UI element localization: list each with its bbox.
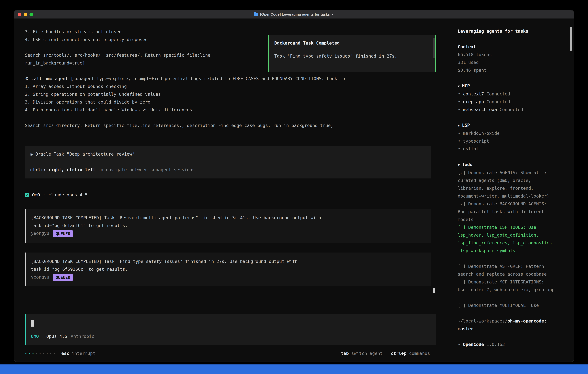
bullet-icon: • [458,131,460,136]
flex-spacer [25,286,436,314]
input-agent-name: OmO [31,333,39,341]
folder-icon [254,13,258,16]
lsp-heading[interactable]: ▼LSP [458,122,561,130]
context-spent: $0.46 spent [458,67,561,74]
mcp-heading[interactable]: ▼MCP [458,82,561,90]
background-task-message: [BACKGROUND TASK COMPLETED] Task "Find t… [25,252,431,286]
minimize-button[interactable] [24,13,27,16]
toast-body: Task "Find type safety issues" finished … [274,52,430,60]
spinner-dots-icon: ••••••••• [25,350,57,357]
collapse-triangle-icon: ▼ [458,163,460,167]
mcp-item: •grep_appConnected [458,98,561,106]
tab-key-label: switch agent [351,350,383,357]
tab-key-hint: tab [341,350,349,357]
todo-item: [ ] Demonstrate AST-GREP: Pattern search… [458,263,561,278]
input-model-name: Opus 4.5 [46,333,67,341]
gear-icon: ⚙ [25,76,29,81]
bullet-icon: • [458,146,460,152]
message-text: task_id="bg_dcfac161" to get results. [31,222,426,230]
oracle-task-panel: ◉ Oracle Task "Deep architecture review"… [25,146,431,178]
mcp-item: •websearch_exaConnected [458,106,561,114]
message-meta: yeongyu QUEUED [31,273,426,281]
lsp-item: •eslint [458,145,561,153]
session-sidebar: Leveraging agents for tasks Context 66,5… [436,19,574,362]
mcp-section: ▼MCP •context7Connected •grep_appConnect… [458,82,561,114]
oracle-navigation-hint: ctrl+x right, ctrl+x left to navigate be… [30,166,426,174]
titlebar[interactable]: [OpenCode] Leveraging agents for tasks ◐ [14,10,574,19]
todo-heading[interactable]: ▼Todo [458,161,561,169]
input-provider-name: Anthropic [71,333,94,341]
oracle-task-title: ◉ Oracle Task "Deep architecture review" [30,150,426,158]
esc-key-label: interrupt [72,350,95,357]
status-bar-right: tab switch agent ctrl+p commands [341,350,430,357]
separator-dot: · [43,191,45,199]
agent-checkbox-icon: ✓ [25,193,29,197]
lsp-item: •typescript [458,137,561,145]
input-meta: OmO Opus 4.5 Anthropic [31,333,430,341]
shortcut-keys: ctrl+x right, ctrl+x left [30,167,95,172]
message-text: task_id="bg_6f59260c" to get results. [31,266,426,273]
terminal-line: 1. Array access without bounds checking [25,83,436,91]
traffic-lights [14,13,33,16]
version-line: •OpenCode1.0.163 [458,341,561,349]
zoom-button[interactable] [30,13,33,16]
workspace-section: ~/local-workspaces/oh-my-opencode: maste… [458,317,561,333]
message-text: [BACKGROUND TASK COMPLETED] Task "Resear… [31,214,426,222]
lsp-item: •markdown-oxide [458,130,561,137]
tool-call-name: call_omo_agent [32,76,68,81]
tool-call-line: ⚙ call_omo_agent [subagent_type=explore,… [25,75,436,83]
context-used: 33% used [458,59,561,67]
blank-line [25,114,436,122]
main-content: 3. File handles or streams not closed 4.… [14,19,574,362]
message-user: yeongyu [31,273,49,281]
message-text: [BACKGROUND TASK COMPLETED] Task "Find t… [31,258,426,266]
prompt-input[interactable]: OmO Opus 4.5 Anthropic [25,314,436,345]
bullet-icon: • [458,99,460,104]
todo-item: [ ] Demonstrate MCP INTEGRATIONS: Use co… [458,278,561,294]
window-title-text: [OpenCode] Leveraging agents for tasks [260,10,330,18]
app-version: 1.0.163 [487,342,505,347]
app-name: OpenCode [463,342,484,347]
blank-line [30,158,426,166]
status-bar-left: ••••••••• esc interrupt [25,350,95,357]
workspace-path: ~/local-workspaces/oh-my-opencode: [458,317,561,325]
toast-title: Background Task Completed [274,39,430,47]
workspace-branch: master [458,325,561,333]
message-meta: yeongyu QUEUED [31,230,426,238]
bullet-icon: • [458,342,460,347]
close-button[interactable] [18,13,21,16]
oracle-icon: ◉ [30,152,33,157]
text-cursor [31,320,34,326]
todo-item: [ ] Demonstrate MULTIMODAL: Use [458,302,561,310]
context-heading: Context [458,43,561,51]
terminal-line: 2. String operations on potentially unde… [25,91,436,98]
bullet-icon: • [458,107,460,112]
session-title: Leveraging agents for tasks [458,28,561,35]
terminal-line: 4. Path operations that don't handle Win… [25,106,436,114]
todo-section: ▼Todo [✓] Demonstrate AGENTS: Show all 7… [458,161,561,310]
blank-line [274,47,430,52]
tool-call-args: [subagent_type=explore, prompt=Find pote… [71,76,348,81]
ctrlp-key-hint: ctrl+p [391,350,406,357]
status-bar: ••••••••• esc interrupt tab switch agent… [25,350,436,357]
lsp-section: ▼LSP •markdown-oxide •typescript •eslint [458,122,561,153]
background-task-toast: Background Task Completed Task "Find typ… [268,35,436,72]
scrollbar-thumb[interactable] [570,27,572,51]
bullet-icon: • [458,91,460,97]
scrollbar-thumb[interactable] [433,38,435,58]
agent-name: OmO [32,191,40,199]
background-window-strip [0,364,588,374]
desktop: [OpenCode] Leveraging agents for tasks ◐… [0,0,588,374]
bullet-icon: • [458,139,460,144]
agent-header: ✓ OmO · claude-opus-4-5 [25,191,436,199]
mcp-item: •context7Connected [458,90,561,98]
esc-key-hint: esc [61,350,69,357]
context-tokens: 66,518 tokens [458,51,561,59]
opencode-window: [OpenCode] Leveraging agents for tasks ◐… [14,10,574,362]
collapse-triangle-icon: ▼ [458,124,460,128]
background-task-message: [BACKGROUND TASK COMPLETED] Task "Resear… [25,209,431,243]
input-line[interactable] [31,319,430,327]
collapse-triangle-icon: ▼ [458,84,460,88]
scrollbar-thumb[interactable] [433,288,435,293]
ctrlp-key-label: commands [409,350,430,357]
